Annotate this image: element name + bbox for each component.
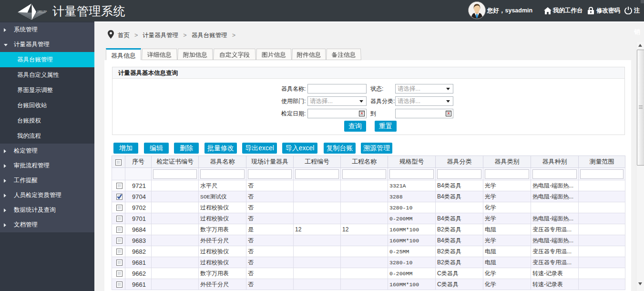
svg-text:CHEN LONG: CHEN LONG [37, 10, 47, 12]
